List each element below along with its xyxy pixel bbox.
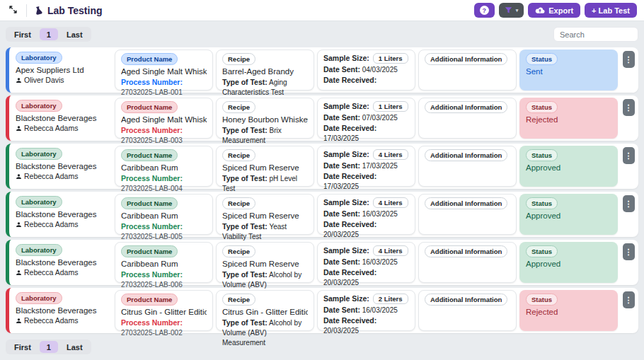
pagination-page-1-button[interactable]: 1 — [40, 28, 58, 40]
process-number: Process Number: 27032025-LAB-005 — [121, 221, 207, 242]
status-value: Approved — [526, 163, 611, 172]
sample-size: Sample Size: 4 Liters — [323, 149, 409, 160]
lab-test-row: Laboratory Blackstone Beverages Rebecca … — [6, 240, 638, 285]
process-number-value: 27032025-LAB-004 — [121, 185, 183, 192]
date-received-value: 17/03/2025 — [323, 134, 359, 142]
date-received-label: Date Received: — [323, 316, 376, 325]
contact: Rebecca Adams — [16, 124, 108, 132]
search-input[interactable] — [553, 27, 638, 42]
pagination-page-1-button[interactable]: 1 — [40, 341, 58, 353]
additional-info-cell: Additional Information — [418, 194, 517, 235]
process-number: Process Number: 27032025-LAB-002 — [121, 318, 207, 338]
process-number-label: Process Number: — [121, 270, 183, 279]
additional-info-badge: Additional Information — [425, 197, 507, 209]
divider — [26, 4, 27, 17]
lab-test-row: Laboratory Blackstone Beverages Rebecca … — [6, 192, 638, 237]
date-sent: Date Sent: 07/03/2025 — [323, 112, 409, 123]
process-number-label: Process Number: — [121, 318, 183, 327]
row-menu-button[interactable]: ⋮ — [623, 291, 635, 308]
date-received-label: Date Received: — [323, 76, 376, 84]
recipe-badge: Recipe — [222, 294, 255, 306]
person-icon — [16, 318, 22, 324]
pagination-last-button[interactable]: Last — [59, 28, 90, 40]
process-number: Process Number: 27032025-LAB-003 — [121, 125, 207, 146]
pagination-bottom: First 1 Last — [6, 339, 91, 354]
product-cell: Product Name Caribbean Rum Process Numbe… — [115, 242, 213, 283]
laboratory-badge: Laboratory — [16, 100, 62, 112]
product-name: Citrus Gin - Glitter Edition — [121, 308, 207, 316]
laboratory-cell: Laboratory Blackstone Beverages Rebecca … — [11, 98, 112, 139]
row-menu-button[interactable]: ⋮ — [623, 147, 635, 164]
process-number-value: 27032025-LAB-003 — [121, 137, 183, 144]
date-sent-label: Date Sent: — [323, 306, 360, 314]
status-cell: Status Sent — [519, 50, 618, 91]
pagination-last-button[interactable]: Last — [59, 341, 90, 353]
row-actions: ⋮ — [621, 194, 636, 235]
filter-button[interactable]: ▾ — [499, 3, 524, 18]
date-sent-label: Date Sent: — [323, 257, 360, 266]
type-of-test: Type of Test: Brix Measurement — [222, 125, 308, 146]
sample-size-value-pill: 1 Liters — [373, 101, 408, 112]
sample-size-value-pill: 4 Liters — [373, 245, 408, 256]
sample-size-value-pill: 4 Liters — [373, 197, 408, 208]
date-received-value: 20/03/2025 — [323, 327, 359, 335]
status-cell: Status Approved — [519, 146, 618, 187]
date-sent-label: Date Sent: — [323, 209, 360, 218]
status-badge: Status — [526, 101, 558, 113]
type-of-test-label: Type of Test: — [222, 174, 268, 182]
page-title: Lab Testing — [34, 5, 103, 16]
sample-size: Sample Size: 4 Liters — [323, 245, 409, 256]
collapse-panel-button[interactable] — [7, 4, 19, 18]
add-lab-test-label: + Lab Test — [592, 6, 630, 15]
additional-info-badge: Additional Information — [425, 294, 507, 306]
process-number-value: 27032025-LAB-005 — [121, 233, 183, 240]
product-cell: Product Name Aged Single Malt Whiskey Pr… — [115, 98, 213, 139]
laboratory-name: Blackstone Beverages — [16, 114, 108, 122]
person-icon — [16, 125, 22, 132]
product-name-badge: Product Name — [121, 149, 178, 161]
row-menu-button[interactable]: ⋮ — [623, 195, 635, 212]
laboratory-cell: Laboratory Blackstone Beverages Rebecca … — [11, 194, 112, 235]
status-value: Sent — [526, 67, 611, 76]
laboratory-cell: Laboratory Blackstone Beverages Rebecca … — [11, 242, 112, 283]
date-sent-value: 16/03/2025 — [362, 258, 398, 266]
date-received: Date Received: 17/03/2025 — [323, 123, 409, 144]
recipe-badge: Recipe — [222, 197, 255, 209]
row-actions: ⋮ — [621, 290, 636, 331]
help-button[interactable]: ? — [474, 3, 495, 18]
type-of-test-label: Type of Test: — [222, 78, 268, 86]
pagination-first-button[interactable]: First — [7, 341, 38, 353]
diagonal-arrows-icon — [8, 5, 18, 16]
date-received: Date Received: 17/03/2025 — [323, 171, 409, 192]
additional-info-cell: Additional Information — [418, 146, 517, 187]
contact: Rebecca Adams — [16, 316, 108, 325]
sample-size-label: Sample Size: — [323, 149, 369, 160]
recipe-cell: Recipe Barrel-Aged Brandy Type of Test: … — [216, 50, 314, 91]
export-label: Export — [548, 6, 573, 15]
row-menu-button[interactable]: ⋮ — [623, 51, 635, 68]
date-received-label: Date Received: — [323, 268, 376, 277]
export-button[interactable]: Export — [528, 3, 580, 18]
product-cell: Product Name Citrus Gin - Glitter Editio… — [115, 290, 213, 331]
sample-cell: Sample Size: 4 Liters Date Sent: 16/03/2… — [317, 242, 415, 283]
pagination-first-button[interactable]: First — [7, 28, 38, 40]
process-number: Process Number: 27032025-LAB-006 — [121, 269, 207, 290]
sample-size-value-pill: 4 Liters — [373, 149, 408, 160]
additional-info-cell: Additional Information — [418, 50, 517, 91]
person-icon — [16, 77, 22, 83]
type-of-test-label: Type of Test: — [222, 270, 268, 279]
date-sent-label: Date Sent: — [323, 113, 360, 122]
additional-info-badge: Additional Information — [425, 245, 507, 257]
date-sent: Date Sent: 16/03/2025 — [323, 305, 409, 315]
process-number-value: 27032025-LAB-006 — [121, 281, 183, 289]
add-lab-test-button[interactable]: + Lab Test — [585, 3, 637, 18]
lab-test-row: Laboratory Blackstone Beverages Rebecca … — [6, 95, 638, 141]
process-number-value: 27032025-LAB-002 — [121, 329, 183, 337]
recipe-cell: Recipe Spiced Rum Reserve Type of Test: … — [216, 242, 314, 283]
additional-info-badge: Additional Information — [425, 101, 507, 113]
row-menu-button[interactable]: ⋮ — [623, 99, 635, 116]
recipe-badge: Recipe — [222, 245, 255, 257]
dots-vertical-icon: ⋮ — [625, 151, 633, 160]
sample-size: Sample Size: 1 Liters — [323, 101, 409, 112]
row-menu-button[interactable]: ⋮ — [623, 243, 635, 260]
